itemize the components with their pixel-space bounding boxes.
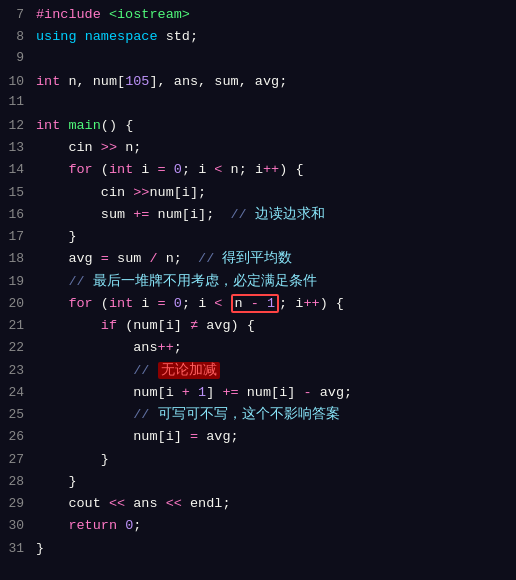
ln-31: 31 xyxy=(0,541,36,556)
code-29: cout << ans << endl; xyxy=(36,494,230,514)
code-7: #include <iostream> xyxy=(36,5,190,25)
ln-12: 12 xyxy=(0,118,36,133)
line-15: 15 cin >>num[i]; xyxy=(0,182,516,204)
line-21: 21 if (num[i] ≠ avg) { xyxy=(0,315,516,337)
line-27: 27 } xyxy=(0,449,516,471)
code-24: num[i + 1] += num[i] - avg; xyxy=(36,383,352,403)
code-26: num[i] = avg; xyxy=(36,427,239,447)
code-10: int n, num[105], ans, sum, avg; xyxy=(36,72,287,92)
code-16: sum += num[i]; // 边读边求和 xyxy=(36,205,325,225)
ln-28: 28 xyxy=(0,474,36,489)
line-12: 12 int main() { xyxy=(0,115,516,137)
line-19: 19 // 最后一堆牌不用考虑，必定满足条件 xyxy=(0,271,516,293)
line-30: 30 return 0; xyxy=(0,515,516,537)
ln-21: 21 xyxy=(0,318,36,333)
code-17: } xyxy=(36,227,77,247)
ln-26: 26 xyxy=(0,429,36,444)
code-13: cin >> n; xyxy=(36,138,141,158)
code-12: int main() { xyxy=(36,116,133,136)
code-23: // 无论加减 xyxy=(36,361,220,381)
code-8: using namespace std; xyxy=(36,27,198,47)
line-10: 10 int n, num[105], ans, sum, avg; xyxy=(0,71,516,93)
code-25: // 可写可不写，这个不影响答案 xyxy=(36,405,340,425)
line-24: 24 num[i + 1] += num[i] - avg; xyxy=(0,382,516,404)
code-31: } xyxy=(36,539,44,559)
ln-20: 20 xyxy=(0,296,36,311)
line-8: 8 using namespace std; xyxy=(0,26,516,48)
ln-23: 23 xyxy=(0,363,36,378)
ln-8: 8 xyxy=(0,29,36,44)
line-28: 28 } xyxy=(0,471,516,493)
ln-25: 25 xyxy=(0,407,36,422)
ln-13: 13 xyxy=(0,140,36,155)
ln-9: 9 xyxy=(0,50,36,65)
ln-18: 18 xyxy=(0,251,36,266)
line-13: 13 cin >> n; xyxy=(0,137,516,159)
code-28: } xyxy=(36,472,77,492)
line-18: 18 avg = sum / n; // 得到平均数 xyxy=(0,248,516,270)
code-editor: 7 #include <iostream> 8 using namespace … xyxy=(0,0,516,580)
code-22: ans++; xyxy=(36,338,182,358)
ln-14: 14 xyxy=(0,162,36,177)
code-14: for (int i = 0; i < n; i++) { xyxy=(36,160,304,180)
line-17: 17 } xyxy=(0,226,516,248)
ln-10: 10 xyxy=(0,74,36,89)
code-30: return 0; xyxy=(36,516,141,536)
code-21: if (num[i] ≠ avg) { xyxy=(36,316,255,336)
ln-30: 30 xyxy=(0,518,36,533)
code-15: cin >>num[i]; xyxy=(36,183,206,203)
ln-27: 27 xyxy=(0,452,36,467)
ln-19: 19 xyxy=(0,274,36,289)
line-20: 20 for (int i = 0; i < n - 1; i++) { xyxy=(0,293,516,315)
ln-15: 15 xyxy=(0,185,36,200)
line-23: 23 // 无论加减 xyxy=(0,360,516,382)
code-20: for (int i = 0; i < n - 1; i++) { xyxy=(36,294,344,314)
line-9: 9 xyxy=(0,49,516,71)
ln-11: 11 xyxy=(0,94,36,109)
ln-22: 22 xyxy=(0,340,36,355)
line-29: 29 cout << ans << endl; xyxy=(0,493,516,515)
ln-7: 7 xyxy=(0,7,36,22)
code-18: avg = sum / n; // 得到平均数 xyxy=(36,249,292,269)
code-27: } xyxy=(36,450,109,470)
line-14: 14 for (int i = 0; i < n; i++) { xyxy=(0,159,516,181)
ln-17: 17 xyxy=(0,229,36,244)
ln-24: 24 xyxy=(0,385,36,400)
line-16: 16 sum += num[i]; // 边读边求和 xyxy=(0,204,516,226)
line-22: 22 ans++; xyxy=(0,337,516,359)
line-11: 11 xyxy=(0,93,516,115)
line-26: 26 num[i] = avg; xyxy=(0,426,516,448)
ln-16: 16 xyxy=(0,207,36,222)
ln-29: 29 xyxy=(0,496,36,511)
line-7: 7 #include <iostream> xyxy=(0,4,516,26)
line-31: 31 } xyxy=(0,538,516,560)
code-19: // 最后一堆牌不用考虑，必定满足条件 xyxy=(36,272,317,292)
line-25: 25 // 可写可不写，这个不影响答案 xyxy=(0,404,516,426)
